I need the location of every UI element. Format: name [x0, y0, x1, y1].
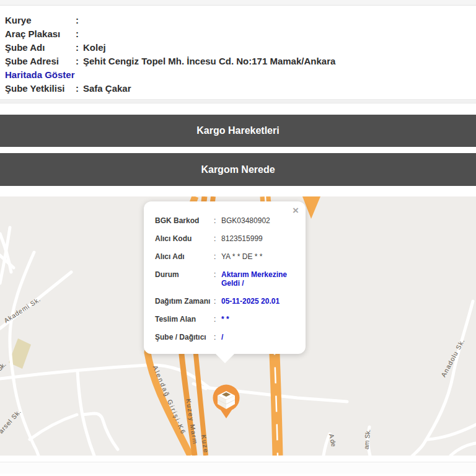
colon: :	[76, 14, 83, 27]
where-is-my-cargo-bar[interactable]: Kargom Nerede	[0, 153, 476, 186]
popup-row-receiver-code: Alıcı Kodu : 8123515999	[155, 234, 294, 243]
branch-official-value: Safa Çakar	[83, 82, 476, 95]
branch-distributor-label: Şube / Dağıtıcı	[155, 333, 214, 342]
cargo-movements-bar[interactable]: Kargo Hareketleri	[0, 115, 476, 147]
bottom-area	[0, 462, 476, 476]
popup-row-receiver-name: Alıcı Adı : YA * * DE * *	[155, 252, 294, 261]
branch-address-value: Şehit Cengiz Topel Mh. İncesu Cd. No:171…	[83, 55, 476, 68]
colon: :	[214, 216, 221, 225]
map-link-row: Haritada Göster	[5, 68, 476, 82]
branch-name-label: Şube Adı	[5, 41, 76, 55]
barcode-label: BGK Barkod	[155, 216, 214, 225]
shipment-info-panel: Kurye : Araç Plakası : Şube Adı : Kolej …	[0, 6, 476, 99]
status-value: Aktarım Merkezine Geldi /	[221, 270, 294, 288]
bottom-divider	[0, 462, 476, 474]
receiver-code-label: Alıcı Kodu	[155, 234, 214, 243]
colon: :	[76, 27, 83, 41]
popup-row-received-by: Teslim Alan : * *	[155, 315, 294, 324]
receiver-name-label: Alıcı Adı	[155, 252, 214, 261]
popup-row-branch-distributor: Şube / Dağıtıcı : /	[155, 333, 294, 342]
colon: :	[214, 315, 221, 324]
info-row-branch-name: Şube Adı : Kolej	[5, 41, 476, 55]
colon: :	[214, 252, 221, 261]
vehicle-plate-value	[83, 27, 476, 41]
barcode-value: BGK03480902	[221, 216, 294, 225]
colon: :	[76, 82, 83, 95]
popup-row-status: Durum : Aktarım Merkezine Geldi /	[155, 270, 294, 288]
top-strip	[0, 0, 476, 6]
delivery-time-label: Dağıtım Zamanı	[155, 297, 214, 306]
branch-distributor-value: /	[221, 333, 294, 342]
branch-official-label: Şube Yetkilisi	[5, 82, 76, 95]
colon: :	[214, 333, 221, 342]
courier-value	[83, 14, 476, 27]
colon: :	[214, 270, 221, 288]
close-icon[interactable]: ×	[293, 205, 299, 216]
receiver-code-value: 8123515999	[221, 234, 294, 243]
map-canvas[interactable]: Akademi Sk. Parsel Sk. Sk. Alendağ Giriş…	[0, 196, 476, 456]
received-by-value: * *	[221, 315, 294, 324]
popup-row-delivery-time: Dağıtım Zamanı : 05-11-2025 20.01	[155, 297, 294, 306]
section-divider	[0, 99, 476, 104]
courier-label: Kurye	[5, 14, 76, 27]
colon: :	[76, 41, 83, 55]
branch-name-value: Kolej	[83, 41, 476, 55]
branch-address-label: Şube Adresi	[5, 55, 76, 68]
info-row-branch-address: Şube Adresi : Şehit Cengiz Topel Mh. İnc…	[5, 55, 476, 68]
show-on-map-link[interactable]: Haritada Göster	[5, 69, 75, 80]
received-by-label: Teslim Alan	[155, 315, 214, 324]
vehicle-plate-label: Araç Plakası	[5, 27, 76, 41]
delivery-time-value: 05-11-2025 20.01	[221, 297, 294, 306]
info-row-vehicle-plate: Araç Plakası :	[5, 27, 476, 41]
info-row-branch-official: Şube Yetkilisi : Safa Çakar	[5, 82, 476, 95]
colon: :	[214, 234, 221, 243]
colon: :	[76, 55, 83, 68]
popup-row-barcode: BGK Barkod : BGK03480902	[155, 216, 294, 225]
info-row-courier: Kurye :	[5, 14, 476, 27]
status-label: Durum	[155, 270, 214, 288]
cargo-info-popup: × BGK Barkod : BGK03480902 Alıcı Kodu : …	[144, 201, 306, 354]
receiver-name-value: YA * * DE * *	[221, 252, 294, 261]
colon: :	[214, 297, 221, 306]
